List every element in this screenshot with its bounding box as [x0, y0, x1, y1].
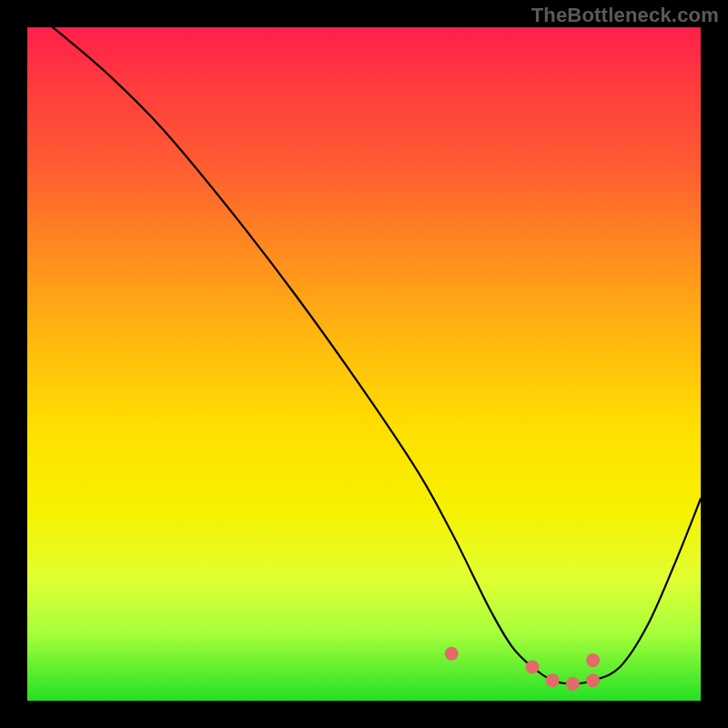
plot-area	[27, 27, 701, 701]
trough-marker	[566, 677, 580, 691]
trough-marker	[586, 653, 600, 667]
trough-marker	[586, 673, 600, 687]
chart-frame: TheBottleneck.com	[0, 0, 728, 728]
trough-markers	[445, 647, 600, 691]
trough-marker	[546, 673, 560, 687]
curve-svg	[27, 27, 701, 701]
watermark-text: TheBottleneck.com	[531, 4, 719, 27]
trough-marker	[526, 661, 540, 674]
bottleneck-curve	[27, 27, 701, 684]
trough-marker	[445, 647, 459, 661]
